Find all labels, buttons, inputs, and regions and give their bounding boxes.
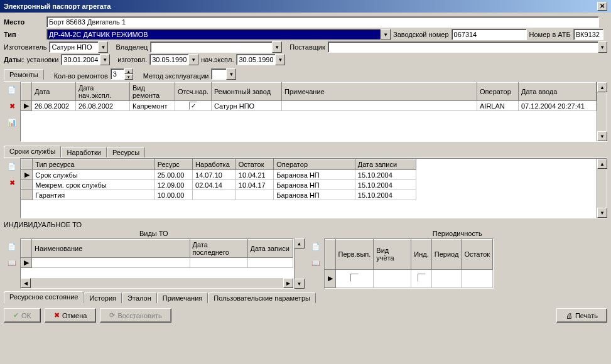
metod-field[interactable] bbox=[211, 68, 226, 80]
cell[interactable]: Срок службы bbox=[33, 170, 154, 180]
col-oper[interactable]: Оператор bbox=[477, 83, 519, 101]
cell[interactable] bbox=[193, 190, 236, 200]
col-note[interactable]: Примечание bbox=[282, 83, 477, 101]
life-vscroll[interactable]: ▲ ▼ bbox=[597, 159, 607, 218]
cell[interactable]: Сатурн НПО bbox=[212, 101, 282, 111]
period-new-button[interactable]: 📄 bbox=[309, 240, 323, 254]
cell[interactable]: Межрем. срок службы bbox=[33, 180, 154, 190]
col-p-per[interactable]: Период bbox=[431, 240, 462, 270]
table-row[interactable]: ▶ bbox=[21, 258, 293, 268]
repairs-new-button[interactable]: 📄 bbox=[5, 83, 19, 97]
table-row[interactable]: ▶Срок службы25.00.0014.07.1010.04.21Бара… bbox=[21, 170, 416, 180]
tip-field[interactable] bbox=[46, 29, 381, 40]
repairs-table[interactable]: Дата Дата нач.экспл. Вид ремонта Отсч.на… bbox=[21, 82, 597, 111]
cell[interactable]: 15.10.2004 bbox=[355, 190, 416, 200]
nach-field[interactable] bbox=[236, 54, 275, 65]
col-p-kind[interactable]: Вид учёта bbox=[374, 240, 411, 270]
tab-remont[interactable]: Ремонты bbox=[4, 69, 44, 80]
tab-sroki[interactable]: Сроки службы bbox=[4, 146, 61, 158]
to-new-button[interactable]: 📄 bbox=[5, 240, 19, 254]
col-plant[interactable]: Ремонтный завод bbox=[212, 83, 282, 101]
kolvo-spin-up[interactable]: ▲ bbox=[124, 68, 133, 74]
cell[interactable]: 26.08.2002 bbox=[76, 101, 130, 111]
cell[interactable]: 14.07.10 bbox=[193, 170, 236, 180]
col-dstart[interactable]: Дата нач.экспл. bbox=[76, 83, 130, 101]
period-book-button[interactable]: 📖 bbox=[309, 256, 323, 270]
col-p-ost[interactable]: Остаток bbox=[462, 240, 493, 270]
cancel-button[interactable]: ✖Отмена bbox=[45, 308, 96, 323]
zavnomer-field[interactable] bbox=[451, 29, 527, 40]
life-table[interactable]: Тип ресурса Ресурс Наработка Остаток Опе… bbox=[21, 159, 416, 200]
tab-user-params[interactable]: Пользовательские параметры bbox=[208, 292, 316, 303]
col-p-ind[interactable]: Инд. bbox=[411, 240, 431, 270]
cell[interactable]: 15.10.2004 bbox=[355, 180, 416, 190]
ok-button[interactable]: ✔OK bbox=[4, 308, 41, 323]
table-row[interactable]: ▶ bbox=[325, 269, 493, 288]
cell[interactable]: Капремонт bbox=[130, 101, 175, 111]
tab-res-state[interactable]: Ресурсное состояние bbox=[4, 291, 84, 303]
to-table[interactable]: Наименование Дата последнего Дата записи… bbox=[21, 239, 293, 268]
col-to-name[interactable]: Наименование bbox=[32, 240, 190, 258]
col-life-nar[interactable]: Наработка bbox=[193, 159, 236, 170]
cell[interactable]: 02.04.14 bbox=[193, 180, 236, 190]
cell[interactable]: 10.04.17 bbox=[235, 180, 273, 190]
cell[interactable] bbox=[235, 190, 273, 200]
postav-field[interactable] bbox=[328, 41, 598, 53]
period-table[interactable]: Перв.вып. Вид учёта Инд. Период Остаток … bbox=[325, 239, 494, 288]
table-row[interactable]: Межрем. срок службы12.09.0002.04.1410.04… bbox=[21, 180, 416, 190]
print-button[interactable]: 🖨Печать bbox=[556, 308, 607, 323]
ust-dropdown-button[interactable]: ▼ bbox=[100, 54, 110, 65]
scroll-down-button[interactable]: ▼ bbox=[597, 208, 607, 218]
life-new-button[interactable]: 📄 bbox=[5, 159, 19, 173]
cell[interactable]: 26.08.2002 bbox=[32, 101, 76, 111]
close-button[interactable]: ✕ bbox=[597, 2, 607, 11]
izg-dropdown-button[interactable]: ▼ bbox=[188, 54, 198, 65]
tip-dropdown-button[interactable]: ▼ bbox=[381, 29, 391, 40]
col-kind[interactable]: Вид ремонта bbox=[130, 83, 175, 101]
to-book-button[interactable]: 📖 bbox=[5, 256, 19, 270]
col-date[interactable]: Дата bbox=[32, 83, 76, 101]
col-life-ost[interactable]: Остаток bbox=[235, 159, 273, 170]
restore-button[interactable]: ⟳Восстановить bbox=[100, 308, 171, 323]
scroll-down-button[interactable]: ▼ bbox=[597, 131, 607, 141]
to-vscroll[interactable]: ▲ ▼ bbox=[294, 238, 304, 289]
life-delete-button[interactable]: ✖ bbox=[5, 176, 19, 190]
col-to-rec[interactable]: Дата записи bbox=[247, 240, 293, 258]
to-hscroll[interactable]: ◀ ▶ bbox=[21, 278, 293, 288]
col-chk[interactable]: Отсч.нар. bbox=[175, 83, 212, 101]
scroll-up-button[interactable]: ▲ bbox=[597, 159, 607, 169]
ust-field[interactable] bbox=[61, 54, 100, 65]
repairs-edit-button[interactable]: 📊 bbox=[5, 115, 19, 129]
tab-etalon[interactable]: Эталон bbox=[122, 292, 157, 303]
cell[interactable]: 10.00.00 bbox=[154, 190, 192, 200]
col-p-first[interactable]: Перв.вып. bbox=[335, 240, 374, 270]
cell[interactable]: 25.00.00 bbox=[154, 170, 192, 180]
table-row[interactable]: ▶ 26.08.2002 26.08.2002 Капремонт ✓ Сату… bbox=[21, 101, 597, 111]
vladel-field[interactable] bbox=[150, 41, 272, 53]
cell[interactable] bbox=[282, 101, 477, 111]
vladel-dropdown-button[interactable]: ▼ bbox=[272, 41, 282, 53]
scroll-right-button[interactable]: ▶ bbox=[283, 278, 293, 288]
postav-dropdown-button[interactable]: ▼ bbox=[598, 41, 608, 53]
tab-notes[interactable]: Примечания bbox=[157, 292, 208, 303]
izgot-field[interactable] bbox=[49, 41, 98, 53]
atb-field[interactable] bbox=[573, 29, 603, 40]
repairs-vscroll[interactable]: ▲ ▼ bbox=[597, 82, 607, 141]
cell[interactable]: AIRLAN bbox=[477, 101, 519, 111]
col-to-last[interactable]: Дата последнего bbox=[190, 240, 247, 258]
tab-narab[interactable]: Наработки bbox=[61, 147, 106, 158]
cell[interactable]: 15.10.2004 bbox=[355, 170, 416, 180]
cell[interactable]: 10.04.21 bbox=[235, 170, 273, 180]
metod-dropdown-button[interactable]: ▼ bbox=[226, 68, 236, 80]
scroll-up-button[interactable]: ▲ bbox=[295, 238, 305, 249]
cell[interactable]: Баранова НП bbox=[274, 170, 355, 180]
col-life-type[interactable]: Тип ресурса bbox=[33, 159, 154, 170]
nach-dropdown-button[interactable]: ▼ bbox=[275, 54, 285, 65]
table-row[interactable]: Гарантия10.00.00Баранова НП15.10.2004 bbox=[21, 190, 416, 200]
period-ind-chk[interactable] bbox=[418, 274, 426, 282]
kolvo-field[interactable] bbox=[111, 68, 124, 80]
izgot-dropdown-button[interactable]: ▼ bbox=[98, 41, 108, 53]
cell[interactable]: 12.09.00 bbox=[154, 180, 192, 190]
cell[interactable]: Гарантия bbox=[33, 190, 154, 200]
izg-field[interactable] bbox=[149, 54, 188, 65]
